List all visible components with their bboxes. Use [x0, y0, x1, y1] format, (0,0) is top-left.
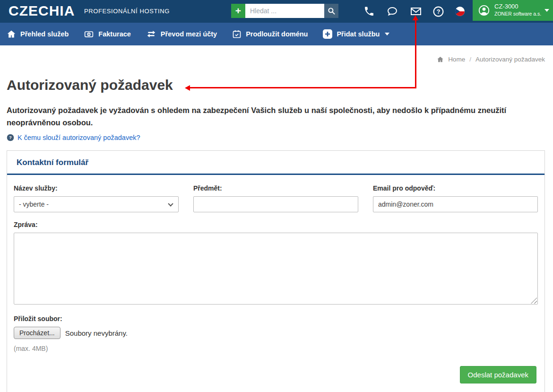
service-label: Název služby:: [14, 184, 179, 192]
help-icon[interactable]: ?: [432, 5, 444, 17]
breadcrumb: Home / Autorizovaný požadavek: [437, 56, 545, 63]
nav-label: Přehled služeb: [20, 30, 69, 38]
email-label: Email pro odpověď:: [373, 184, 538, 192]
home-icon: [7, 29, 16, 39]
email-input[interactable]: [373, 196, 538, 212]
invoice-icon: [84, 29, 94, 39]
max-size-hint: (max. 4MB): [14, 345, 538, 352]
svg-text:?: ?: [436, 8, 440, 15]
browse-button[interactable]: Procházet...: [14, 327, 60, 339]
help-link-label: K čemu slouží autorizovaný požadavek?: [17, 134, 140, 141]
breadcrumb-home-icon: [437, 56, 444, 63]
help-link[interactable]: ? K čemu slouží autorizovaný požadavek?: [7, 134, 140, 141]
breadcrumb-separator: /: [469, 56, 471, 63]
contact-form-panel: Kontaktní formulář Název služby: - vyber…: [7, 150, 545, 392]
question-circle-icon: ?: [7, 134, 14, 141]
czech-flag-icon[interactable]: [454, 5, 466, 17]
caret-down-icon: [385, 33, 389, 35]
transfer-icon: [146, 29, 156, 39]
form-row-top: Název služby: - vyberte - Předmět: Email…: [14, 184, 538, 212]
message-label: Zpráva:: [14, 221, 538, 228]
message-field: Zpráva:: [14, 221, 538, 306]
nav-item-pridat-sluzbu[interactable]: Přidat službu: [323, 29, 389, 39]
page: CZECHIA PROFESIONÁLNÍ HOSTING + ?: [0, 0, 553, 392]
nav-item-prevod-mezi-ucty[interactable]: Převod mezi účty: [146, 29, 217, 39]
annotation-arrow-vertical: [415, 20, 416, 88]
message-textarea[interactable]: [14, 233, 538, 305]
caret-down-icon: [544, 9, 549, 12]
page-description: Autorizovaný požadavek je vyžadován s oh…: [7, 104, 540, 129]
service-select[interactable]: - vyberte -: [14, 196, 179, 212]
chat-icon[interactable]: [386, 5, 398, 17]
email-field: Email pro odpověď:: [373, 184, 538, 212]
subject-field: Předmět:: [193, 184, 358, 212]
subject-label: Předmět:: [193, 184, 358, 192]
annotation-arrowhead-up: [413, 15, 418, 20]
nav-label: Prodloužit doménu: [246, 30, 308, 38]
no-file-text: Soubory nevybrány.: [65, 329, 128, 337]
breadcrumb-home[interactable]: Home: [448, 56, 465, 63]
czechia-logo[interactable]: CZECHIA: [9, 3, 75, 19]
nav-item-prehled-sluzeb[interactable]: Přehled služeb: [7, 29, 69, 39]
annotation-arrow-horizontal: [188, 87, 416, 88]
service-field: Název služby: - vyberte -: [14, 184, 179, 212]
search-button[interactable]: [324, 4, 338, 18]
account-menu[interactable]: CZ-3000 ZONER software a.s.: [473, 0, 553, 21]
calendar-check-icon: [232, 29, 242, 39]
user-avatar-icon: [478, 5, 490, 16]
nav-item-prodlouzit-domenu[interactable]: Prodloužit doménu: [232, 29, 308, 39]
page-title: Autorizovaný požadavek: [7, 77, 173, 93]
nav-label: Fakturace: [98, 30, 131, 38]
nav-item-fakturace[interactable]: Fakturace: [84, 29, 131, 39]
submit-button[interactable]: Odeslat požadavek: [460, 366, 536, 383]
attachment-label: Přiložit soubor:: [14, 315, 538, 322]
phone-icon[interactable]: [363, 5, 375, 17]
account-id: CZ-3000: [494, 3, 518, 10]
main-nav: Přehled služeb Fakturace Převod mezi účt…: [0, 23, 553, 45]
account-company: ZONER software a.s.: [494, 11, 541, 17]
top-header: CZECHIA PROFESIONÁLNÍ HOSTING + ?: [0, 0, 553, 23]
add-service-button[interactable]: +: [231, 4, 245, 18]
panel-body: Název služby: - vyberte - Předmět: Email…: [7, 175, 544, 362]
nav-label: Převod mezi účty: [161, 30, 217, 38]
annotation-arrowhead-left: [185, 85, 190, 91]
plus-square-icon: [323, 29, 332, 39]
header-tagline: PROFESIONÁLNÍ HOSTING: [84, 8, 170, 15]
search-input[interactable]: [245, 4, 324, 18]
nav-label: Přidat službu: [337, 30, 380, 38]
subject-input[interactable]: [193, 196, 358, 212]
svg-text:?: ?: [9, 135, 12, 140]
attachment-field: Přiložit soubor: Procházet... Soubory ne…: [14, 315, 538, 352]
panel-title: Kontaktní formulář: [7, 151, 544, 175]
search-icon: [327, 7, 336, 15]
breadcrumb-current: Autorizovaný požadavek: [475, 56, 545, 63]
